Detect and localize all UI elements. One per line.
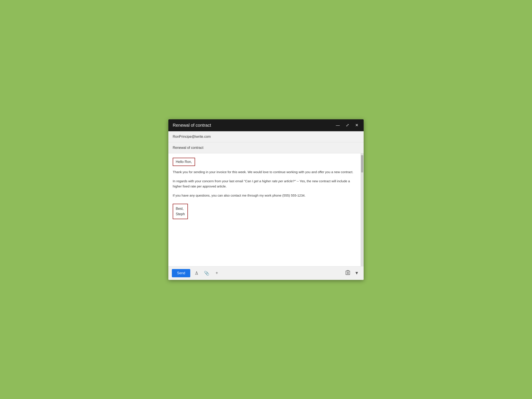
toolbar-right: ▼ [344,269,360,277]
title-bar: Renewal of contract — ⤢ ✕ [168,119,364,131]
paragraph2-before: In regards with your concern from your l… [173,179,244,183]
format-text-button[interactable]: A [194,270,199,276]
email-compose-window: Renewal of contract — ⤢ ✕ RonPrincipe@iw… [168,119,364,280]
paragraph-2: In regards with your concern from your l… [173,178,356,189]
delete-button[interactable] [344,269,351,277]
subject-text: Renewal of contract [173,146,203,150]
close-button[interactable]: ✕ [354,123,359,127]
window-title: Renewal of contract [173,123,211,128]
chevron-down-icon: ▼ [355,271,359,276]
to-address: RonPrincipe@iwrite.com [173,135,211,139]
send-button[interactable]: Send [172,269,190,277]
scrollbar-thumb[interactable] [361,155,363,172]
plus-icon: + [215,271,218,276]
paragraph-3: If you have any questions, you can also … [173,193,356,198]
toolbar: Send A 📎 + [168,266,364,280]
more-options-button[interactable]: + [214,270,219,276]
email-body-area: Hello Ron, Thank you for sending in your… [168,153,364,266]
paragraph2-quote: "Can I get a higher rate per article?" [244,179,296,183]
to-field[interactable]: RonPrincipe@iwrite.com [168,131,364,142]
subject-field[interactable]: Renewal of contract [168,142,364,153]
window-controls: — ⤢ ✕ [335,123,359,127]
format-text-icon: A [195,271,198,275]
paragraph-1: Thank you for sending in your invoice fo… [173,170,356,175]
trash-icon [345,270,350,276]
minimize-button[interactable]: — [335,123,341,127]
svg-rect-2 [347,270,349,271]
maximize-button[interactable]: ⤢ [345,123,350,127]
scrollbar[interactable] [361,153,364,266]
signature-line1: Best, [176,206,185,212]
more-actions-button[interactable]: ▼ [353,270,360,276]
signature-line2: Steph [176,211,185,217]
signature-box: Best, Steph [173,204,188,219]
greeting-text: Hello Ron, [176,160,192,164]
attach-button[interactable]: 📎 [203,270,211,277]
attach-icon: 📎 [204,271,209,276]
email-body[interactable]: Hello Ron, Thank you for sending in your… [168,153,361,266]
greeting-box: Hello Ron, [173,158,195,166]
email-container: RonPrincipe@iwrite.com Renewal of contra… [168,131,364,280]
